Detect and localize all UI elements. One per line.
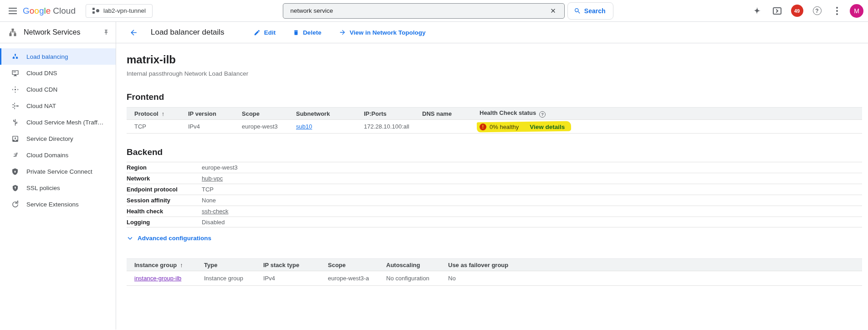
- health-check-link[interactable]: ssh-check: [202, 208, 229, 215]
- pencil-icon: [254, 29, 260, 36]
- column-header-scope[interactable]: Scope: [328, 262, 386, 268]
- network-link[interactable]: hub-vpc: [202, 175, 223, 182]
- property-row-network: Network hub-vpc: [127, 173, 862, 184]
- sidebar-item-cloud-nat[interactable]: Cloud NAT: [0, 98, 116, 114]
- project-selector[interactable]: lab2-vpn-tunnel: [86, 4, 153, 18]
- advanced-configurations-label: Advanced configurations: [138, 235, 211, 242]
- cell-scope: europe-west3: [242, 123, 296, 130]
- column-header-autoscaling[interactable]: Autoscaling: [386, 262, 448, 268]
- cloud-dns-icon: [11, 69, 19, 77]
- vertical-dots-icon: [836, 7, 838, 15]
- property-label: Network: [127, 175, 202, 182]
- hamburger-icon: [9, 8, 17, 14]
- sidebar-item-label: Service Extensions: [26, 201, 82, 208]
- column-header-health-check-status[interactable]: Health Check status?: [480, 109, 862, 118]
- property-label: Health check: [127, 208, 202, 215]
- property-value: europe-west3: [202, 164, 238, 171]
- sidebar-item-ssl-policies[interactable]: SSL policies: [0, 180, 116, 196]
- hamburger-menu-button[interactable]: [4, 2, 22, 20]
- service-extensions-icon: [11, 201, 19, 208]
- project-name: lab2-vpn-tunnel: [103, 7, 146, 14]
- cell-ip-version: IPv4: [188, 123, 242, 130]
- cell-health-check-status: ! 0% healthy View details: [480, 123, 862, 130]
- load-balancing-icon: [11, 53, 19, 61]
- column-header-ip-version[interactable]: IP version: [188, 110, 242, 117]
- cloud-service-mesh-icon: [11, 119, 19, 126]
- error-icon: !: [480, 124, 486, 130]
- sort-ascending-icon[interactable]: ↑: [162, 110, 165, 117]
- sidebar-item-cloud-cdn[interactable]: Cloud CDN: [0, 81, 116, 98]
- cloud-domains-icon: ://: [11, 152, 19, 158]
- logo-letter: g: [39, 6, 44, 16]
- search-field[interactable]: ✕: [283, 3, 565, 19]
- ssl-policies-icon: [11, 184, 19, 192]
- column-header-scope[interactable]: Scope: [242, 110, 296, 117]
- logo-letter: G: [23, 6, 30, 16]
- cloud-shell-button[interactable]: [768, 2, 786, 20]
- edit-button[interactable]: Edit: [254, 29, 276, 36]
- search-clear-icon[interactable]: ✕: [546, 5, 560, 17]
- property-row-health-check: Health check ssh-check: [127, 206, 862, 217]
- column-header-ip-stack-type[interactable]: IP stack type: [263, 262, 328, 268]
- more-options-button[interactable]: [828, 2, 846, 20]
- backend-properties: Region europe-west3 Network hub-vpc Endp…: [127, 162, 862, 227]
- column-header-protocol[interactable]: Protocol↑: [127, 110, 188, 117]
- property-value: None: [202, 197, 216, 204]
- help-button[interactable]: ?: [808, 2, 826, 20]
- sidebar-item-private-service-connect[interactable]: Private Service Connect: [0, 163, 116, 180]
- column-header-failover[interactable]: Use as failover group: [448, 262, 862, 268]
- trash-icon: [293, 29, 299, 36]
- pin-icon[interactable]: [103, 29, 109, 36]
- sidebar-item-label: Cloud Domains: [26, 152, 71, 159]
- sidebar-item-service-extensions[interactable]: Service Extensions: [0, 196, 116, 212]
- account-avatar[interactable]: M: [850, 4, 863, 18]
- sidebar-title: Network Services: [24, 28, 80, 36]
- property-value: Disabled: [202, 219, 225, 226]
- sidebar-item-cloud-dns[interactable]: Cloud DNS: [0, 65, 116, 81]
- delete-button[interactable]: Delete: [293, 29, 322, 36]
- column-header-dns-name[interactable]: DNS name: [422, 110, 480, 117]
- cell-scope: europe-west3-a: [328, 275, 386, 282]
- cell-autoscaling: No configuration: [386, 275, 448, 282]
- column-header-ip-ports[interactable]: IP:Ports: [364, 110, 422, 117]
- back-button[interactable]: [124, 23, 143, 41]
- backend-heading: Backend: [127, 147, 862, 157]
- property-value: TCP: [202, 186, 214, 193]
- search-button[interactable]: Search: [567, 2, 613, 20]
- sidebar-item-label: Cloud DNS: [26, 70, 60, 77]
- network-services-icon: [8, 28, 17, 37]
- frontend-table: Protocol↑ IP version Scope Subnetwork IP…: [127, 107, 862, 134]
- notifications-button[interactable]: 49: [788, 2, 806, 20]
- property-label: Logging: [127, 219, 202, 226]
- topbar: Google Cloud lab2-vpn-tunnel ✕ Search 49: [0, 0, 868, 22]
- google-cloud-logo[interactable]: Google Cloud: [23, 6, 76, 16]
- sidebar-item-label: Load balancing: [26, 53, 71, 60]
- instance-group-table-header: Instance group↑ Type IP stack type Scope…: [127, 258, 862, 271]
- instance-group-link[interactable]: instance-group-ilb: [134, 275, 181, 282]
- sidebar-item-label: Service Directory: [26, 135, 76, 142]
- advanced-configurations-toggle[interactable]: Advanced configurations: [127, 235, 211, 242]
- search-input[interactable]: [291, 7, 547, 14]
- sidebar-item-load-balancing[interactable]: Load balancing: [0, 48, 116, 65]
- sidebar-item-service-directory[interactable]: Service Directory: [0, 130, 116, 147]
- arrow-right-icon: [339, 29, 346, 36]
- property-row-region: Region europe-west3: [127, 162, 862, 173]
- logo-cloud-text: Cloud: [53, 6, 76, 16]
- column-header-instance-group[interactable]: Instance group↑: [127, 262, 204, 268]
- sort-ascending-icon[interactable]: ↑: [180, 262, 183, 268]
- column-header-subnetwork[interactable]: Subnetwork: [296, 110, 364, 117]
- help-icon: ?: [813, 6, 822, 15]
- load-balancer-type: Internal passthrough Network Load Balanc…: [127, 70, 862, 77]
- frontend-heading: Frontend: [127, 92, 862, 102]
- subnetwork-link[interactable]: sub10: [296, 123, 312, 130]
- gemini-button[interactable]: [748, 2, 766, 20]
- cell-failover: No: [448, 275, 862, 282]
- health-percent: 0% healthy: [490, 124, 519, 130]
- health-status: ! 0% healthy View details: [480, 124, 569, 130]
- sidebar-item-cloud-domains[interactable]: :// Cloud Domains: [0, 147, 116, 163]
- view-in-network-topology-button[interactable]: View in Network Topology: [339, 29, 426, 36]
- view-details-link[interactable]: View details: [530, 124, 565, 130]
- help-circle-icon[interactable]: ?: [539, 111, 546, 118]
- column-header-type[interactable]: Type: [204, 262, 263, 268]
- sidebar-item-cloud-service-mesh[interactable]: Cloud Service Mesh (Traff…: [0, 114, 116, 130]
